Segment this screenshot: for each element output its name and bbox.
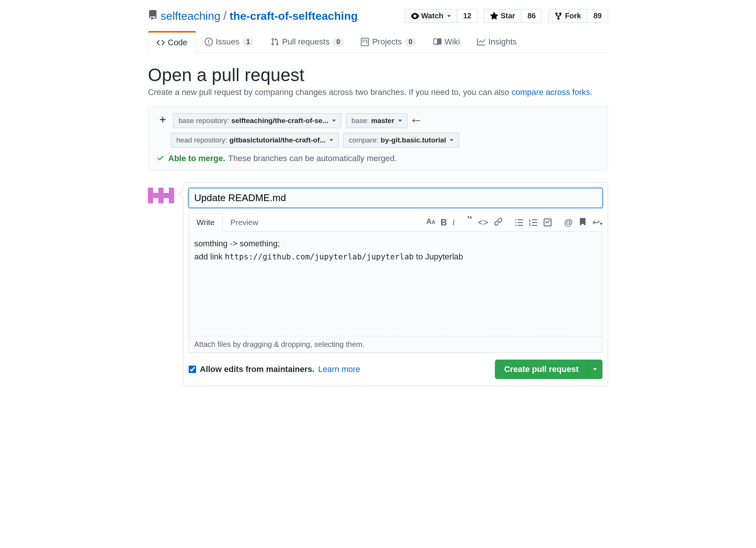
compare-icon — [157, 115, 168, 127]
tab-wiki[interactable]: Wiki — [425, 31, 469, 52]
tab-insights-label: Insights — [488, 37, 517, 47]
italic-icon[interactable]: i — [452, 217, 455, 228]
caret-down-icon — [329, 139, 333, 141]
tab-pulls-label: Pull requests — [282, 37, 329, 47]
tab-code[interactable]: Code — [148, 31, 196, 53]
heading-icon[interactable]: AA — [426, 217, 436, 228]
code-icon[interactable]: <> — [478, 217, 489, 228]
write-tab[interactable]: Write — [189, 213, 223, 232]
repo-name-link[interactable]: the-craft-of-selfteaching — [229, 10, 357, 22]
create-pr-dropdown[interactable] — [588, 360, 602, 379]
branch-range-editor: base repository: selfteaching/the-craft-… — [148, 106, 608, 170]
task-list-icon[interactable] — [543, 218, 552, 227]
repo-owner-link[interactable]: selfteaching — [161, 10, 220, 22]
base-repo-select[interactable]: base repository: selfteaching/the-craft-… — [173, 113, 341, 128]
attach-files-hint[interactable]: Attach files by dragging & dropping, sel… — [189, 336, 602, 352]
compare-branch-select[interactable]: compare: by-git.basic.tutorial — [343, 133, 459, 148]
caret-down-icon — [593, 368, 597, 370]
tab-code-label: Code — [168, 38, 188, 47]
caret-down-icon — [450, 139, 453, 141]
star-label: Star — [501, 12, 515, 20]
reply-icon[interactable]: ↩▾ — [592, 217, 602, 228]
watch-label: Watch — [421, 12, 443, 20]
user-avatar[interactable] — [148, 182, 174, 209]
compare-across-forks-link[interactable]: compare across forks — [511, 87, 590, 97]
page-subtitle: Create a new pull request by comparing c… — [148, 87, 608, 97]
tab-projects[interactable]: Projects 0 — [352, 31, 425, 52]
fork-button[interactable]: Fork — [548, 9, 587, 23]
watch-count[interactable]: 12 — [457, 9, 478, 23]
pr-form: Write Preview AA B i ‟ <> — [183, 182, 608, 386]
pr-title-input[interactable] — [189, 188, 602, 208]
learn-more-link[interactable]: Learn more — [318, 364, 360, 374]
tab-wiki-label: Wiki — [444, 37, 460, 47]
allow-edits-checkbox[interactable] — [189, 366, 196, 373]
caret-down-icon — [398, 120, 402, 122]
tab-issues-label: Issues — [216, 37, 240, 47]
check-icon — [157, 154, 165, 162]
fork-button-group: Fork 89 — [548, 9, 608, 23]
quote-icon[interactable]: ‟ — [467, 217, 473, 228]
pr-body-textarea[interactable]: somthing -> something; add link https://… — [189, 232, 602, 336]
fork-label: Fork — [565, 12, 581, 20]
star-button-group: Star 86 — [484, 9, 542, 23]
create-pr-button[interactable]: Create pull request — [495, 360, 588, 379]
watch-button-group: Watch 12 — [405, 9, 478, 23]
unordered-list-icon[interactable] — [515, 218, 524, 227]
page-heading: Open a pull request Create a new pull re… — [148, 65, 608, 97]
watch-button[interactable]: Watch — [405, 9, 457, 23]
caret-down-icon — [447, 15, 451, 17]
merge-status: Able to merge. These branches can be aut… — [157, 154, 599, 163]
tab-pull-requests[interactable]: Pull requests 0 — [262, 31, 352, 52]
merge-desc-text: These branches can be automatically merg… — [228, 154, 397, 163]
allow-edits-label: Allow edits from maintainers. — [200, 364, 315, 374]
ordered-list-icon[interactable] — [529, 218, 538, 227]
allow-edits-row[interactable]: Allow edits from maintainers. Learn more — [189, 364, 360, 374]
tab-issues[interactable]: Issues 1 — [196, 31, 263, 52]
merge-ok-text: Able to merge. — [168, 154, 225, 163]
caret-down-icon — [332, 120, 336, 122]
star-count[interactable]: 86 — [521, 9, 542, 23]
markdown-toolbar: AA B i ‟ <> @ — [426, 217, 602, 228]
link-icon[interactable] — [494, 217, 503, 226]
base-branch-select[interactable]: base: master — [346, 113, 408, 128]
arrow-left-icon: 🡐 — [412, 116, 421, 126]
tab-projects-label: Projects — [372, 37, 402, 47]
tab-insights[interactable]: Insights — [468, 31, 525, 52]
repo-nav: Code Issues 1 Pull requests 0 Projects 0… — [148, 31, 608, 53]
fork-count[interactable]: 89 — [587, 9, 608, 23]
pulls-count: 0 — [332, 37, 344, 47]
preview-tab[interactable]: Preview — [223, 213, 266, 232]
saved-reply-icon[interactable] — [578, 217, 587, 226]
issues-count: 1 — [242, 37, 254, 47]
path-separator: / — [223, 10, 226, 22]
repo-icon — [148, 10, 158, 22]
bold-icon[interactable]: B — [441, 217, 447, 228]
head-repo-select[interactable]: head repository: gitbasictutorial/the-cr… — [171, 133, 339, 148]
projects-count: 0 — [405, 37, 416, 47]
repo-breadcrumb: selfteaching / the-craft-of-selfteaching — [148, 10, 358, 22]
page-title: Open a pull request — [148, 65, 608, 85]
star-button[interactable]: Star — [484, 9, 521, 23]
mention-icon[interactable]: @ — [564, 217, 573, 228]
